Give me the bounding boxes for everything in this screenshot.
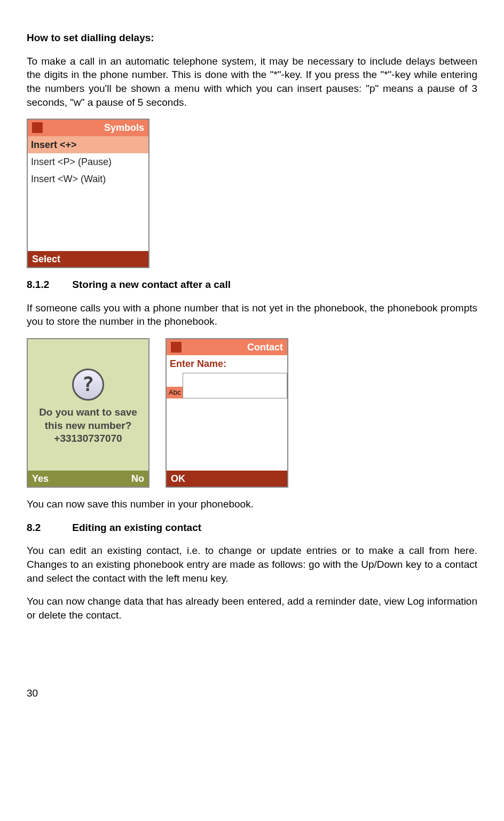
- prompt-body: ? Do you want to save this new number? +…: [28, 339, 148, 471]
- heading-8-2: 8.2 Editing an existing contact: [27, 521, 477, 535]
- question-icon: ?: [72, 369, 104, 401]
- menu-item-insert-pause: Insert <P> (Pause): [28, 153, 148, 170]
- heading-text: Editing an existing contact: [72, 522, 201, 533]
- screenshots-row: ? Do you want to save this new number? +…: [27, 338, 477, 488]
- heading-8-1-2: 8.1.2 Storing a new contact after a call: [27, 278, 477, 292]
- enter-name-label: Enter Name:: [167, 355, 287, 372]
- symbols-menu-screenshot: Symbols Insert <+> Insert <P> (Pause) In…: [27, 119, 149, 268]
- name-input-field: [183, 373, 287, 398]
- softkey-yes: Yes: [32, 472, 49, 485]
- heading-text: Storing a new contact after a call: [72, 279, 231, 290]
- heading-number: 8.1.2: [27, 278, 69, 292]
- contact-body: Enter Name: Abc: [167, 355, 287, 470]
- editing-paragraph-1: You can edit an existing contact, i.e. t…: [27, 544, 477, 585]
- screen-header: Contact: [167, 339, 287, 355]
- menu-body: Insert <+> Insert <P> (Pause) Insert <W>…: [28, 136, 148, 251]
- softkey-select: Select: [32, 253, 60, 265]
- softkey-ok: OK: [171, 472, 185, 485]
- prompt-footer: Yes No: [28, 471, 148, 487]
- page-number: 30: [27, 686, 477, 700]
- contact-icon: [171, 342, 182, 353]
- save-confirmation-paragraph: You can now save this number in your pho…: [27, 497, 477, 511]
- heading-number: 8.2: [27, 521, 69, 535]
- enter-name-screenshot: Contact Enter Name: Abc OK: [166, 338, 288, 488]
- phonebook-icon: [32, 122, 43, 133]
- prompt-text: Do you want to save this new number? +33…: [34, 406, 143, 445]
- menu-item-insert-wait: Insert <W> (Wait): [28, 170, 148, 187]
- softkey-no: No: [131, 472, 144, 485]
- storing-contact-paragraph: If someone calls you with a phone number…: [27, 301, 477, 329]
- intro-paragraph: To make a call in an automatic telephone…: [27, 54, 477, 110]
- screen-footer: Select: [28, 251, 148, 267]
- screen-header: Symbols: [28, 120, 148, 136]
- screen-title: Symbols: [104, 121, 144, 134]
- screen-title: Contact: [247, 341, 283, 354]
- menu-item-insert-plus: Insert <+>: [28, 136, 148, 153]
- input-mode-badge: Abc: [167, 387, 183, 398]
- contact-footer: OK: [167, 471, 287, 487]
- editing-paragraph-2: You can now change data that has already…: [27, 595, 477, 622]
- section-intro-title: How to set dialling delays:: [27, 31, 477, 45]
- save-number-prompt-screenshot: ? Do you want to save this new number? +…: [27, 338, 149, 488]
